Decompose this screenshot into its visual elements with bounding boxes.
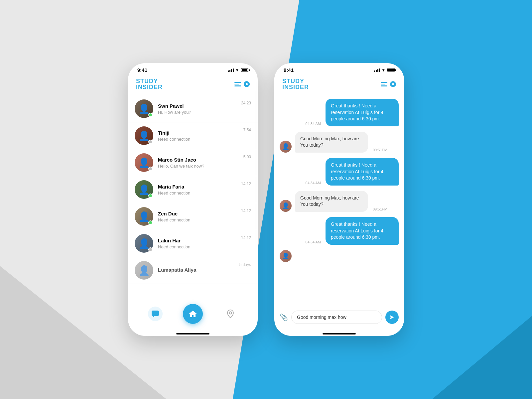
chat-info-2: Tiniji Need connection: [158, 130, 239, 142]
chat-time-2: 7:54: [243, 128, 251, 132]
chat-item-5[interactable]: 👤 Zen Due Need connection 14:12: [128, 203, 258, 230]
chat-item-7[interactable]: 👤 Lumapatta Aliya 5 days: [128, 257, 258, 284]
chat-info-6: Lakin Har Need connection: [158, 238, 236, 249]
hamburger-icon: [234, 82, 241, 86]
svg-point-2: [192, 313, 194, 315]
home-nav-icon: [188, 309, 198, 319]
avatar-wrap-3: 👤: [135, 153, 153, 172]
chat-time-1: 24:23: [241, 101, 251, 105]
time-2: 9:41: [284, 67, 294, 73]
chat-item-6[interactable]: 👤 Lakin Har Need connection 14:12: [128, 230, 258, 257]
bottom-nav: [128, 301, 258, 331]
logo-insider-2: INSIDER: [282, 84, 309, 90]
chat-name-1: Swn Pawel: [158, 103, 236, 109]
app-header-2: STUDY INSIDER: [274, 75, 404, 95]
chat-info-4: Maria Faria Need connection: [158, 184, 236, 196]
msg-bubble-sent-2: Great thanks ! Need a reservation At Lui…: [326, 158, 399, 186]
recv-avatar-1: 👤: [280, 141, 292, 153]
chat-time-4: 14:12: [241, 182, 251, 186]
msg-bubble-sent-3: Great thanks ! Need a reservation At Lui…: [326, 217, 399, 245]
home-indicator-2: [323, 333, 356, 334]
chat-item-2[interactable]: 👤 Tiniji Need connection 7:54: [128, 122, 258, 149]
chat-item-3[interactable]: 👤 Marco Stin Jaco Hello, Can we talk now…: [128, 149, 258, 176]
chat-nav-button[interactable]: [148, 307, 163, 321]
location-nav-icon: [226, 309, 234, 319]
status-icons-1: ▾: [228, 68, 248, 72]
message-row-sent-1: 04:34 AM Great thanks ! Need a reservati…: [280, 99, 399, 126]
msg-bubble-recv-1: Good Morning Max, how are You today?: [295, 132, 368, 153]
avatar-7: 👤: [135, 261, 153, 280]
msg-time-sent-3: 04:34 AM: [306, 240, 321, 244]
phones-container: 9:41 ▾ STUDY INSIDER: [128, 63, 404, 336]
wifi-icon-2: ▾: [382, 68, 384, 72]
app-logo-2: STUDY INSIDER: [282, 78, 309, 90]
avatar-wrap-4: 👤: [135, 180, 153, 199]
chat-preview-1: Hi, How are you?: [158, 110, 236, 115]
chat-list: 👤 Swn Pawel Hi, How are you? 24:23 👤: [128, 95, 258, 301]
hamburger-icon-2: [381, 82, 387, 86]
chat-item-4[interactable]: 👤 Maria Faria Need connection 14:12: [128, 176, 258, 203]
chat-info-7: Lumapatta Aliya: [158, 267, 235, 274]
chat-preview-4: Need connection: [158, 191, 236, 196]
chat-info-3: Marco Stin Jaco Hello, Can we talk now?: [158, 157, 239, 169]
online-dot-4: [148, 194, 153, 198]
online-dot-1: [148, 113, 153, 117]
signal-icon: [228, 68, 234, 72]
status-bar-2: 9:41 ▾: [274, 63, 404, 75]
message-input[interactable]: [291, 311, 382, 324]
msg-time-recv-1: 09:51PM: [373, 148, 387, 152]
chat-name-3: Marco Stin Jaco: [158, 157, 239, 163]
chat-time-5: 14:12: [241, 208, 251, 213]
msg-time-sent-2: 04:34 AM: [306, 181, 321, 185]
chat-preview-3: Hello, Can we talk now?: [158, 164, 239, 169]
filter-circle-icon-2: [390, 81, 396, 87]
send-button[interactable]: [385, 311, 399, 324]
chat-input-area: 📎: [274, 307, 404, 331]
message-row-sent-2: 04:34 AM Great thanks ! Need a reservati…: [280, 158, 399, 186]
recv-avatar-2: 👤: [280, 200, 292, 212]
chat-time-6: 14:12: [241, 235, 251, 240]
attach-icon[interactable]: 📎: [280, 313, 288, 321]
avatar-wrap-7: 👤: [135, 261, 153, 280]
chat-time-3: 5:00: [243, 155, 251, 159]
offline-dot-2: [148, 140, 153, 144]
battery-icon: [241, 68, 248, 72]
avatar-wrap-5: 👤: [135, 207, 153, 226]
online-dot-5: [148, 220, 153, 225]
header-menu-1[interactable]: [234, 81, 250, 87]
message-row-sent-3: 04:34 AM Great thanks ! Need a reservati…: [280, 217, 399, 245]
avatar-wrap-6: 👤: [135, 234, 153, 253]
msg-time-recv-2: 09:51PM: [373, 207, 387, 211]
chat-name-7: Lumapatta Aliya: [158, 267, 235, 273]
chat-item-1[interactable]: 👤 Swn Pawel Hi, How are you? 24:23: [128, 95, 258, 122]
wifi-icon: ▾: [236, 68, 238, 72]
msg-time-sent-1: 04:34 AM: [306, 122, 321, 126]
svg-point-3: [229, 312, 231, 314]
msg-bubble-sent-1: Great thanks ! Need a reservation At Lui…: [326, 99, 399, 126]
location-nav-button[interactable]: [223, 307, 238, 321]
avatar-wrap-2: 👤: [135, 126, 153, 145]
svg-rect-0: [152, 311, 159, 316]
message-row-recv-1: 👤 Good Morning Max, how are You today? 0…: [280, 132, 399, 153]
home-indicator-1: [176, 333, 209, 334]
app-logo-1: STUDY INSIDER: [136, 78, 163, 90]
chat-preview-5: Need connection: [158, 217, 236, 222]
home-nav-button[interactable]: [183, 304, 203, 324]
time-1: 9:41: [137, 67, 147, 73]
message-row-recv-3: 👤: [280, 250, 399, 262]
message-row-recv-2: 👤 Good Morning Max, how are You today? 0…: [280, 191, 399, 212]
avatar-wrap-1: 👤: [135, 99, 153, 118]
svg-marker-1: [153, 316, 155, 317]
status-icons-2: ▾: [374, 68, 395, 72]
app-header-1: STUDY INSIDER: [128, 75, 258, 95]
header-menu-2[interactable]: [381, 81, 396, 87]
chat-name-4: Maria Faria: [158, 184, 236, 190]
chat-info-5: Zen Due Need connection: [158, 211, 236, 222]
offline-dot-6: [148, 247, 153, 252]
messages-area: 04:34 AM Great thanks ! Need a reservati…: [274, 95, 404, 307]
chat-nav-icon: [152, 311, 159, 317]
logo-study-2: STUDY: [282, 78, 309, 84]
chat-preview-2: Need connection: [158, 137, 239, 142]
phone-2: 9:41 ▾ STUDY INSIDER: [274, 63, 404, 336]
chat-name-2: Tiniji: [158, 130, 239, 136]
